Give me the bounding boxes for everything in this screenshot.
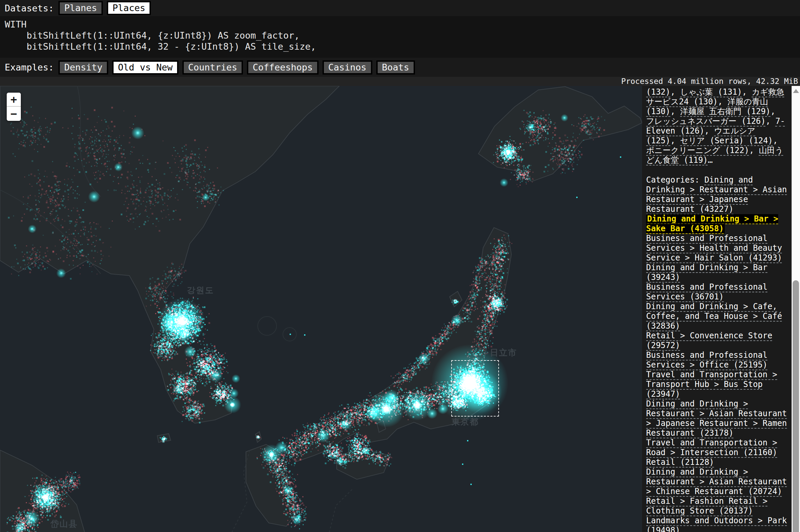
map-place-label: 東京都 bbox=[452, 416, 479, 427]
brand-link[interactable]: ポニークリーニング (122) bbox=[646, 146, 749, 155]
category-link[interactable]: Business and Professional Services (3670… bbox=[646, 282, 767, 301]
map-place-label: 岱山县 bbox=[50, 518, 78, 529]
brand-link[interactable]: (132) bbox=[646, 87, 670, 97]
brand-separator: , bbox=[718, 97, 727, 107]
map-place-label: 日立市 bbox=[490, 347, 517, 358]
category-link[interactable]: Dining and Drinking > Restaurant > Asian… bbox=[646, 467, 787, 496]
category-link[interactable]: Travel and Transportation > Transport Hu… bbox=[646, 370, 777, 399]
scrollbar[interactable] bbox=[792, 86, 800, 532]
brand-link[interactable]: フレッシュネスバーガー (126) bbox=[646, 116, 766, 126]
category-item: Dining and Drinking > Cafe, Coffee, and … bbox=[646, 302, 788, 331]
category-link[interactable]: Business and Professional Services > Hea… bbox=[646, 234, 782, 263]
example-button-boats[interactable]: Boats bbox=[376, 60, 415, 75]
category-item: Dining and Drinking > Restaurant > Asian… bbox=[646, 467, 788, 496]
brands-list: (132), しゃぶ葉 (131), カギ救急サービス24 (130), 洋服の… bbox=[646, 87, 788, 165]
scroll-up-icon[interactable] bbox=[793, 89, 799, 93]
category-link[interactable]: Landmarks and Outdoors > Park (19498) bbox=[646, 516, 787, 532]
category-item: Business and Professional Services (3670… bbox=[646, 282, 788, 302]
category-link[interactable]: Retail > Fashion Retail > Clothing Store… bbox=[646, 496, 767, 516]
scrollbar-thumb[interactable] bbox=[793, 280, 799, 532]
examples-bar: Examples: DensityOld vs NewCountriesCoff… bbox=[0, 58, 800, 77]
brand-separator: , bbox=[704, 126, 714, 136]
brand-separator: , bbox=[670, 136, 680, 145]
query-text: WITH bitShiftLeft(1::UInt64, {z:UInt8}) … bbox=[5, 19, 800, 52]
datasets-bar: Datasets: PlanesPlaces bbox=[0, 0, 800, 16]
zoom-in-button[interactable]: + bbox=[7, 93, 21, 107]
category-item: Landmarks and Outdoors > Park (19498) bbox=[646, 516, 788, 532]
example-button-density[interactable]: Density bbox=[58, 60, 108, 75]
brand-separator: , bbox=[770, 107, 775, 116]
status-text: Processed 4.04 million rows, 42.32 MiB bbox=[621, 77, 798, 86]
examples-label: Examples: bbox=[5, 62, 54, 73]
brand-separator: , bbox=[742, 87, 752, 97]
datasets-label: Datasets: bbox=[5, 3, 54, 14]
examples-button-group: DensityOld vs NewCountriesCoffeeshopsCas… bbox=[58, 60, 415, 75]
category-item: Business and Professional Services > Hea… bbox=[646, 234, 788, 263]
status-bar: Processed 4.04 million rows, 42.32 MiB bbox=[0, 77, 800, 86]
categories-label: Categories: bbox=[646, 175, 704, 185]
selection-rectangle bbox=[451, 360, 499, 417]
category-link[interactable]: Travel and Transportation > Road > Inter… bbox=[646, 438, 777, 457]
example-button-casinos[interactable]: Casinos bbox=[323, 60, 372, 75]
category-item: Retail > Fashion Retail > Clothing Store… bbox=[646, 496, 788, 516]
brand-separator: , bbox=[670, 107, 680, 116]
category-item: Categories: Dining and Drinking > Restau… bbox=[646, 175, 788, 214]
brand-separator: , bbox=[749, 146, 759, 155]
category-item: Business and Professional Services > Off… bbox=[646, 350, 788, 370]
category-link[interactable]: Dining and Drinking > Restaurant > Asian… bbox=[646, 399, 787, 438]
category-item: Dining and Drinking > Bar (39243) bbox=[646, 263, 788, 282]
query-editor[interactable]: WITH bitShiftLeft(1::UInt64, {z:UInt8}) … bbox=[0, 16, 800, 58]
sidebar[interactable]: (132), しゃぶ葉 (131), カギ救急サービス24 (130), 洋服の… bbox=[642, 86, 792, 532]
brand-separator: , bbox=[670, 87, 680, 97]
brand-separator: , bbox=[766, 116, 776, 126]
example-button-coffeeshops[interactable]: Coffeeshops bbox=[247, 60, 319, 75]
category-item: Travel and Transportation > Transport Hu… bbox=[646, 370, 788, 399]
main-area: + − 日立市東京都강원도岱山县 (132), しゃぶ葉 (131), カギ救急… bbox=[0, 86, 800, 532]
category-item: Travel and Transportation > Road > Inter… bbox=[646, 438, 788, 457]
dataset-button-places[interactable]: Places bbox=[107, 1, 151, 15]
category-item: Retail > Convenience Store (29572) bbox=[646, 331, 788, 350]
category-item: Retail (21128) bbox=[646, 457, 788, 467]
zoom-out-button[interactable]: − bbox=[7, 107, 21, 121]
map-place-label: 강원도 bbox=[187, 285, 214, 296]
app-window: Datasets: PlanesPlaces WITH bitShiftLeft… bbox=[0, 0, 800, 532]
category-link[interactable]: Dining and Drinking > Cafe, Coffee, and … bbox=[646, 302, 782, 330]
categories-list: Categories: Dining and Drinking > Restau… bbox=[646, 175, 788, 532]
brand-link[interactable]: しゃぶ葉 (131) bbox=[680, 87, 742, 97]
brands-ellipsis: … bbox=[708, 155, 713, 165]
category-link[interactable]: Retail > Convenience Store (29572) bbox=[646, 331, 772, 350]
brand-link[interactable]: セリア (Seria) (124) bbox=[680, 136, 773, 145]
category-link[interactable]: Retail (21128) bbox=[646, 457, 714, 467]
map[interactable]: + − 日立市東京都강원도岱山县 bbox=[0, 86, 642, 532]
map-canvas[interactable] bbox=[0, 86, 642, 532]
category-link[interactable]: Dining and Drinking > Bar (39243) bbox=[646, 263, 767, 282]
datasets-button-group: PlanesPlaces bbox=[58, 1, 151, 15]
example-button-countries[interactable]: Countries bbox=[182, 60, 243, 75]
zoom-control: + − bbox=[7, 93, 21, 121]
brand-link[interactable]: 洋麺屋 五右衛門 (129) bbox=[680, 107, 770, 116]
brand-separator: , bbox=[773, 136, 778, 145]
category-link[interactable]: Business and Professional Services > Off… bbox=[646, 350, 767, 369]
category-item: Dining and Drinking > Restaurant > Asian… bbox=[646, 399, 788, 438]
example-button-old-vs-new[interactable]: Old vs New bbox=[112, 60, 178, 75]
dataset-button-planes[interactable]: Planes bbox=[58, 1, 103, 15]
category-link[interactable]: Dining and Drinking > Bar > Sake Bar (43… bbox=[646, 214, 778, 233]
category-item: Dining and Drinking > Bar > Sake Bar (43… bbox=[646, 214, 788, 234]
